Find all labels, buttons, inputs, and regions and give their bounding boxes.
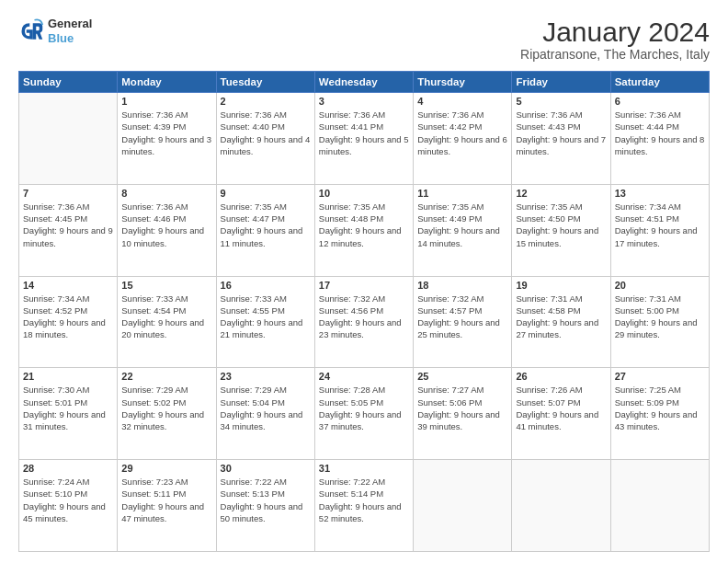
day-number: 16 bbox=[221, 280, 311, 291]
table-row bbox=[610, 460, 709, 552]
day-number: 3 bbox=[319, 96, 409, 107]
header-friday: Friday bbox=[512, 72, 610, 93]
day-number: 24 bbox=[319, 371, 409, 382]
day-info: Sunrise: 7:24 AMSunset: 5:10 PMDaylight:… bbox=[23, 476, 113, 524]
day-info: Sunrise: 7:27 AMSunset: 5:06 PMDaylight:… bbox=[417, 384, 507, 432]
table-row: 18Sunrise: 7:32 AMSunset: 4:57 PMDayligh… bbox=[414, 276, 512, 368]
table-row: 16Sunrise: 7:33 AMSunset: 4:55 PMDayligh… bbox=[216, 276, 314, 368]
table-row bbox=[19, 93, 118, 185]
table-row: 9Sunrise: 7:35 AMSunset: 4:47 PMDaylight… bbox=[216, 184, 314, 276]
table-row: 24Sunrise: 7:28 AMSunset: 5:05 PMDayligh… bbox=[314, 368, 413, 460]
day-number: 30 bbox=[221, 463, 311, 474]
day-info: Sunrise: 7:33 AMSunset: 4:54 PMDaylight:… bbox=[121, 293, 211, 341]
day-info: Sunrise: 7:34 AMSunset: 4:52 PMDaylight:… bbox=[23, 293, 113, 341]
day-info: Sunrise: 7:31 AMSunset: 5:00 PMDaylight:… bbox=[615, 293, 705, 341]
day-info: Sunrise: 7:36 AMSunset: 4:46 PMDaylight:… bbox=[121, 201, 211, 249]
day-info: Sunrise: 7:36 AMSunset: 4:44 PMDaylight:… bbox=[615, 109, 705, 157]
header-monday: Monday bbox=[118, 72, 216, 93]
table-row: 20Sunrise: 7:31 AMSunset: 5:00 PMDayligh… bbox=[610, 276, 709, 368]
header-saturday: Saturday bbox=[610, 72, 709, 93]
table-row: 25Sunrise: 7:27 AMSunset: 5:06 PMDayligh… bbox=[414, 368, 512, 460]
day-info: Sunrise: 7:34 AMSunset: 4:51 PMDaylight:… bbox=[615, 201, 705, 249]
day-info: Sunrise: 7:35 AMSunset: 4:50 PMDaylight:… bbox=[516, 201, 606, 249]
calendar-subtitle: Ripatransone, The Marches, Italy bbox=[520, 47, 710, 62]
table-row: 22Sunrise: 7:29 AMSunset: 5:02 PMDayligh… bbox=[118, 368, 216, 460]
day-number: 13 bbox=[615, 188, 705, 199]
day-info: Sunrise: 7:23 AMSunset: 5:11 PMDaylight:… bbox=[121, 476, 211, 524]
table-row: 26Sunrise: 7:26 AMSunset: 5:07 PMDayligh… bbox=[512, 368, 610, 460]
day-info: Sunrise: 7:36 AMSunset: 4:42 PMDaylight:… bbox=[417, 109, 507, 157]
day-number: 18 bbox=[417, 280, 507, 291]
header-wednesday: Wednesday bbox=[314, 72, 413, 93]
day-info: Sunrise: 7:36 AMSunset: 4:43 PMDaylight:… bbox=[516, 109, 606, 157]
table-row: 21Sunrise: 7:30 AMSunset: 5:01 PMDayligh… bbox=[19, 368, 118, 460]
day-info: Sunrise: 7:36 AMSunset: 4:45 PMDaylight:… bbox=[23, 201, 113, 249]
day-number: 5 bbox=[516, 96, 606, 107]
day-number: 4 bbox=[417, 96, 507, 107]
calendar-week-row: 21Sunrise: 7:30 AMSunset: 5:01 PMDayligh… bbox=[19, 368, 710, 460]
day-number: 21 bbox=[23, 371, 113, 382]
day-number: 7 bbox=[23, 188, 113, 199]
table-row: 23Sunrise: 7:29 AMSunset: 5:04 PMDayligh… bbox=[216, 368, 314, 460]
day-info: Sunrise: 7:30 AMSunset: 5:01 PMDaylight:… bbox=[23, 384, 113, 432]
header-thursday: Thursday bbox=[414, 72, 512, 93]
table-row: 29Sunrise: 7:23 AMSunset: 5:11 PMDayligh… bbox=[118, 460, 216, 552]
calendar-table: Sunday Monday Tuesday Wednesday Thursday… bbox=[18, 71, 710, 552]
day-number: 11 bbox=[417, 188, 507, 199]
table-row: 28Sunrise: 7:24 AMSunset: 5:10 PMDayligh… bbox=[19, 460, 118, 552]
table-row: 4Sunrise: 7:36 AMSunset: 4:42 PMDaylight… bbox=[414, 93, 512, 185]
day-number: 28 bbox=[23, 463, 113, 474]
table-row: 17Sunrise: 7:32 AMSunset: 4:56 PMDayligh… bbox=[314, 276, 413, 368]
page: General Blue January 2024 Ripatransone, … bbox=[0, 0, 728, 563]
day-number: 20 bbox=[615, 280, 705, 291]
table-row: 13Sunrise: 7:34 AMSunset: 4:51 PMDayligh… bbox=[610, 184, 709, 276]
day-info: Sunrise: 7:22 AMSunset: 5:14 PMDaylight:… bbox=[319, 476, 409, 524]
calendar-week-row: 28Sunrise: 7:24 AMSunset: 5:10 PMDayligh… bbox=[19, 460, 710, 552]
day-info: Sunrise: 7:35 AMSunset: 4:48 PMDaylight:… bbox=[319, 201, 409, 249]
table-row: 19Sunrise: 7:31 AMSunset: 4:58 PMDayligh… bbox=[512, 276, 610, 368]
logo-icon bbox=[18, 18, 44, 44]
table-row bbox=[512, 460, 610, 552]
day-number: 8 bbox=[121, 188, 211, 199]
title-block: January 2024 Ripatransone, The Marches, … bbox=[520, 17, 710, 62]
day-info: Sunrise: 7:29 AMSunset: 5:04 PMDaylight:… bbox=[221, 384, 311, 432]
logo: General Blue bbox=[18, 17, 92, 45]
day-number: 25 bbox=[417, 371, 507, 382]
day-number: 27 bbox=[615, 371, 705, 382]
day-number: 1 bbox=[121, 96, 211, 107]
day-number: 22 bbox=[121, 371, 211, 382]
logo-line1: General bbox=[48, 17, 92, 31]
day-number: 17 bbox=[319, 280, 409, 291]
day-info: Sunrise: 7:32 AMSunset: 4:56 PMDaylight:… bbox=[319, 293, 409, 341]
table-row: 5Sunrise: 7:36 AMSunset: 4:43 PMDaylight… bbox=[512, 93, 610, 185]
day-info: Sunrise: 7:36 AMSunset: 4:39 PMDaylight:… bbox=[121, 109, 211, 157]
day-info: Sunrise: 7:22 AMSunset: 5:13 PMDaylight:… bbox=[221, 476, 311, 524]
table-row: 11Sunrise: 7:35 AMSunset: 4:49 PMDayligh… bbox=[414, 184, 512, 276]
day-number: 26 bbox=[516, 371, 606, 382]
day-info: Sunrise: 7:26 AMSunset: 5:07 PMDaylight:… bbox=[516, 384, 606, 432]
table-row: 15Sunrise: 7:33 AMSunset: 4:54 PMDayligh… bbox=[118, 276, 216, 368]
weekday-header-row: Sunday Monday Tuesday Wednesday Thursday… bbox=[19, 72, 710, 93]
day-info: Sunrise: 7:31 AMSunset: 4:58 PMDaylight:… bbox=[516, 293, 606, 341]
header-sunday: Sunday bbox=[19, 72, 118, 93]
day-number: 9 bbox=[221, 188, 311, 199]
day-number: 31 bbox=[319, 463, 409, 474]
table-row bbox=[414, 460, 512, 552]
logo-text: General Blue bbox=[48, 17, 92, 45]
day-number: 29 bbox=[121, 463, 211, 474]
header: General Blue January 2024 Ripatransone, … bbox=[18, 17, 710, 62]
table-row: 7Sunrise: 7:36 AMSunset: 4:45 PMDaylight… bbox=[19, 184, 118, 276]
day-number: 19 bbox=[516, 280, 606, 291]
table-row: 30Sunrise: 7:22 AMSunset: 5:13 PMDayligh… bbox=[216, 460, 314, 552]
table-row: 27Sunrise: 7:25 AMSunset: 5:09 PMDayligh… bbox=[610, 368, 709, 460]
day-number: 23 bbox=[221, 371, 311, 382]
calendar-week-row: 7Sunrise: 7:36 AMSunset: 4:45 PMDaylight… bbox=[19, 184, 710, 276]
day-number: 15 bbox=[121, 280, 211, 291]
day-info: Sunrise: 7:25 AMSunset: 5:09 PMDaylight:… bbox=[615, 384, 705, 432]
day-info: Sunrise: 7:28 AMSunset: 5:05 PMDaylight:… bbox=[319, 384, 409, 432]
table-row: 1Sunrise: 7:36 AMSunset: 4:39 PMDaylight… bbox=[118, 93, 216, 185]
day-number: 12 bbox=[516, 188, 606, 199]
day-number: 6 bbox=[615, 96, 705, 107]
day-info: Sunrise: 7:32 AMSunset: 4:57 PMDaylight:… bbox=[417, 293, 507, 341]
day-number: 10 bbox=[319, 188, 409, 199]
